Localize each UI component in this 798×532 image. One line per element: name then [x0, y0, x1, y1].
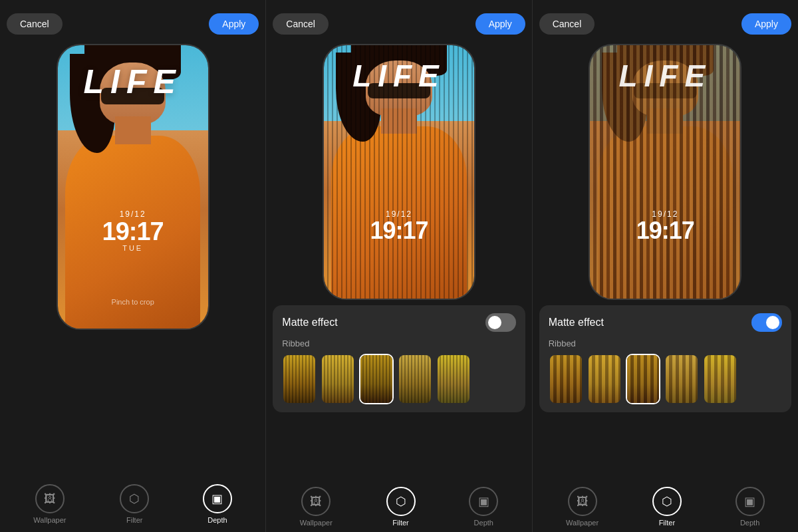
panel-1-cancel-button[interactable]: Cancel — [7, 13, 63, 35]
nav-item-filter-1[interactable]: ⬡ Filter — [120, 484, 149, 524]
panel-2-matte-label: Matte effect — [282, 317, 337, 329]
panel-2-bottom-nav: 🖼 Wallpaper ⬡ Filter ▣ Depth — [273, 480, 525, 532]
panel-1-apply-button[interactable]: Apply — [209, 13, 259, 35]
panel-1-topbar: Cancel Apply — [7, 13, 259, 35]
filter-thumb-1[interactable] — [282, 354, 317, 404]
panel-3-cancel-button[interactable]: Cancel — [539, 13, 595, 35]
filter-thumb-4[interactable] — [398, 354, 432, 404]
panel-1: Cancel Apply LIFE 19/12 — [0, 0, 266, 532]
nav-item-wallpaper-1[interactable]: 🖼 Wallpaper — [33, 484, 66, 524]
nav-item-filter-2[interactable]: ⬡ Filter — [386, 487, 416, 527]
panel-2-clock: 19/12 19:17 — [324, 209, 474, 243]
panel-3-topbar: Cancel Apply — [539, 13, 791, 35]
filter-thumb-p3-5[interactable] — [703, 354, 737, 404]
panel-2-apply-button[interactable]: Apply — [475, 13, 525, 35]
nav-item-depth-1[interactable]: ▣ Depth — [203, 484, 232, 524]
panel-3-matte-label: Matte effect — [549, 317, 604, 329]
panel-2-life-text: LIFE — [324, 58, 474, 94]
filter-thumb-p3-2[interactable] — [587, 354, 622, 404]
panel-3-filter-section-label: Ribbed — [549, 338, 782, 348]
nav-item-wallpaper-2[interactable]: 🖼 Wallpaper — [300, 487, 332, 527]
panel-3-matte-toggle[interactable] — [751, 313, 782, 332]
nav-item-wallpaper-3[interactable]: 🖼 Wallpaper — [566, 487, 598, 527]
panel-3-bottom-nav: 🖼 Wallpaper ⬡ Filter ▣ Depth — [539, 480, 791, 532]
panel-3-clock: 19/12 19:17 — [590, 209, 740, 243]
panel-2-filter-section-label: Ribbed — [282, 338, 515, 348]
filter-thumb-p3-4[interactable] — [664, 354, 699, 404]
panel-2-filter-panel: Matte effect Ribbed — [273, 305, 525, 412]
filter-thumb-3-selected[interactable] — [359, 354, 394, 404]
nav-item-filter-3[interactable]: ⬡ Filter — [652, 487, 682, 527]
nav-item-depth-3[interactable]: ▣ Depth — [735, 487, 765, 527]
panel-1-pinch-text: Pinch to crop — [58, 298, 208, 306]
panel-3-apply-button[interactable]: Apply — [741, 13, 791, 35]
panel-2-cancel-button[interactable]: Cancel — [273, 13, 329, 35]
panel-3-phone: LIFE 19/12 19:17 — [589, 44, 741, 300]
panel-3: Cancel Apply LIFE 19/12 19:17 — [533, 0, 798, 532]
panel-1-clock: 19/12 19:17 TUE — [58, 209, 208, 252]
panel-2-filter-strip — [282, 354, 515, 404]
filter-thumb-5[interactable] — [436, 354, 471, 404]
panel-3-life-text: LIFE — [590, 58, 740, 94]
panel-3-filter-panel: Matte effect Ribbed — [539, 305, 791, 412]
panel-3-filter-strip — [549, 354, 782, 404]
panel-1-phone: LIFE 19/12 19:17 TUE Pinch to crop — [57, 44, 209, 330]
panel-2-matte-toggle[interactable] — [485, 313, 516, 332]
filter-thumb-p3-1[interactable] — [549, 354, 583, 404]
filter-thumb-p3-3-selected[interactable] — [626, 354, 660, 404]
panel-2-topbar: Cancel Apply — [273, 13, 525, 35]
panel-2: Cancel Apply LIFE 19/12 19:17 Matte effe… — [266, 0, 532, 532]
panel-1-bottom-nav: 🖼 Wallpaper ⬡ Filter ▣ Depth — [7, 473, 259, 532]
panel-2-phone: LIFE 19/12 19:17 — [323, 44, 475, 300]
filter-thumb-2[interactable] — [321, 354, 355, 404]
nav-item-depth-2[interactable]: ▣ Depth — [469, 487, 498, 527]
panel-1-life-text: LIFE — [58, 63, 208, 101]
